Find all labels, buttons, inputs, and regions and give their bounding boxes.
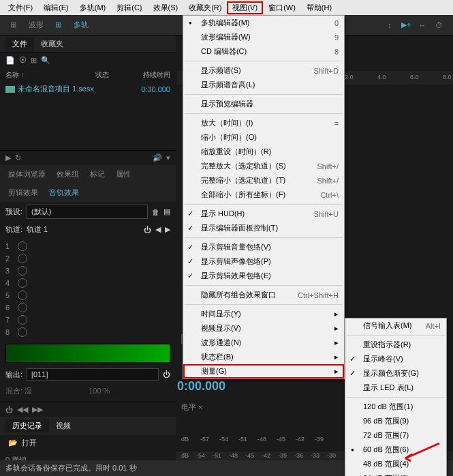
waveform-icon[interactable]: ⊞ (5, 18, 20, 33)
view-menu-item[interactable]: 完整放大（选定轨道）(S)Shift+/ (183, 159, 344, 173)
power-icon[interactable] (18, 315, 27, 325)
files-tab[interactable]: 文件 (5, 38, 34, 50)
view-menu-item[interactable]: 测量(G) (183, 364, 344, 378)
effect-slot[interactable]: 4 (5, 277, 170, 289)
tool-slip-icon[interactable]: ↔ (415, 18, 430, 33)
meter-menu-item[interactable]: 显示 LED 表(L) (345, 381, 446, 395)
view-menu-item[interactable]: CD 编辑器(C)8 (183, 44, 344, 59)
timecode-display[interactable]: 0:00.000 (177, 379, 225, 393)
view-menu-item[interactable]: 显示编辑器面板控制(T) (183, 221, 344, 235)
view-menu-item[interactable]: 多轨编辑器(M)0 (183, 16, 344, 30)
file-list-item[interactable]: 未命名混音项目 1.sesx 0:30.000 (0, 83, 176, 95)
play-icon[interactable]: ▶ (5, 153, 11, 162)
effect-slot[interactable]: 2 (5, 252, 170, 265)
menu-multitrack[interactable]: 多轨(M) (74, 1, 112, 14)
menu-help[interactable]: 帮助(H) (301, 1, 337, 14)
meter-menu-item[interactable]: 显示峰谷(V) (345, 352, 446, 366)
track-effects-tab[interactable]: 音轨效果 (44, 185, 84, 200)
view-menu-item[interactable]: 波形编辑器(W)9 (183, 30, 344, 44)
history-item-open[interactable]: 📂 打开 (0, 435, 176, 451)
meter-menu-item[interactable]: 96 dB 范围(9) (345, 414, 446, 428)
view-menu-item[interactable]: 状态栏(B) (183, 350, 344, 364)
power-icon[interactable] (18, 241, 27, 251)
menu-window[interactable]: 窗口(W) (263, 1, 301, 14)
menu-favorites[interactable]: 收藏夹(R) (183, 1, 227, 14)
tool-select-icon[interactable]: ▶+ (399, 18, 413, 33)
meter-menu-item[interactable]: 120 dB 范围(1) (345, 400, 446, 414)
power-icon[interactable] (18, 254, 27, 263)
prev-icon[interactable]: ◀◀ (17, 405, 28, 414)
track-power-icon[interactable]: ⏻ (144, 226, 151, 234)
preset-menu-icon[interactable]: ▤ (163, 207, 170, 216)
power-icon[interactable] (18, 327, 27, 337)
track-prev-icon[interactable]: ◀ (155, 225, 161, 234)
power-all-icon[interactable]: ⏻ (5, 406, 13, 414)
menu-edit[interactable]: 编辑(E) (38, 1, 74, 14)
effect-slot[interactable]: 3 (5, 265, 170, 277)
meter-menu-item[interactable]: 24 dB 范围(2) (345, 471, 446, 476)
favorites-tab[interactable]: 收藏夹 (34, 38, 70, 50)
preset-select[interactable]: (默认) (27, 205, 148, 219)
search-icon[interactable]: 🔍 (41, 56, 50, 65)
output-power-icon[interactable]: ⏻ (163, 370, 170, 378)
power-icon[interactable] (18, 278, 27, 288)
open-file-icon[interactable]: 📄 (5, 56, 15, 65)
col-name[interactable]: 名称 ↑ (5, 70, 95, 80)
preset-delete-icon[interactable]: 🗑 (152, 208, 159, 216)
record-icon[interactable]: ⦿ (19, 56, 27, 65)
view-menu-item[interactable]: 视频显示(V) (183, 321, 344, 336)
meter-menu-item[interactable]: 72 dB 范围(7) (345, 428, 446, 443)
media-browser-tab[interactable]: 媒体浏览器 (3, 166, 51, 182)
effect-slot[interactable]: 7 (5, 314, 170, 326)
effect-slot[interactable]: 6 (5, 301, 170, 314)
waveform-tab[interactable]: 波形 (22, 17, 50, 33)
col-duration[interactable]: 持续时间 (129, 70, 170, 80)
menu-file[interactable]: 文件(F) (3, 1, 38, 14)
view-menu-item[interactable]: 显示剪辑音量包络(V) (183, 240, 344, 254)
power-icon[interactable] (18, 266, 27, 276)
markers-tab[interactable]: 标记 (84, 166, 110, 182)
volume-icon[interactable]: 🔊 (153, 153, 162, 162)
view-menu-item[interactable]: 显示频谱音高(L) (183, 78, 344, 92)
effects-group-tab[interactable]: 效果组 (51, 166, 84, 182)
multitrack-tab[interactable]: 多轨 (67, 17, 95, 33)
menu-view[interactable]: 视图(V) (227, 1, 263, 14)
view-menu-item[interactable]: 时间显示(Y) (183, 307, 344, 321)
clip-effects-tab[interactable]: 剪辑效果 (3, 185, 44, 200)
view-menu-item[interactable]: 缩放重设（时间）(R) (183, 145, 344, 159)
view-menu-item[interactable]: 隐藏所有组合效果窗口Ctrl+Shift+H (183, 288, 344, 302)
effect-slot[interactable]: 1 (5, 240, 170, 252)
view-menu-item[interactable]: 放大（时间）(I)= (183, 116, 344, 130)
menu-effects[interactable]: 效果(S) (148, 1, 184, 14)
meter-menu-item[interactable]: 重设指示器(R) (345, 338, 446, 352)
view-menu-item[interactable]: 完整缩小（选定轨道）(T)Shift+/ (183, 173, 344, 188)
properties-tab[interactable]: 属性 (110, 166, 136, 182)
tool-time-icon[interactable]: ⏱ (431, 18, 446, 33)
view-menu-item[interactable]: 波形通道(N) (183, 336, 344, 350)
track-select[interactable]: 轨道 1 (27, 224, 48, 235)
effect-slot[interactable]: 5 (5, 289, 170, 301)
view-menu-item[interactable]: 显示剪辑效果包络(E) (183, 269, 344, 283)
tool-move-icon[interactable]: ↕ (382, 18, 397, 33)
multitrack-icon[interactable]: ⊞ (50, 18, 65, 33)
view-menu-item[interactable]: 显示预览编辑器 (183, 97, 344, 111)
meter-menu-item[interactable]: 信号输入表(M)Alt+I (345, 318, 446, 333)
marker-icon[interactable]: ▾ (166, 153, 170, 162)
view-menu-item[interactable]: 显示 HUD(H)Shift+U (183, 207, 344, 221)
history-tab[interactable]: 历史记录 (5, 419, 49, 432)
col-status[interactable]: 状态 (95, 70, 129, 80)
power-icon[interactable] (18, 291, 27, 300)
meter-menu-item[interactable]: 显示颜色渐变(G) (345, 366, 446, 381)
view-menu-item[interactable]: 显示频谱(S)Shift+D (183, 63, 344, 78)
view-menu-item[interactable]: 显示剪辑声像包络(P) (183, 254, 344, 269)
view-menu-item[interactable]: 全部缩小（所有坐标）(F)Ctrl+\ (183, 188, 344, 202)
track-next-icon[interactable]: ▶ (165, 225, 170, 234)
loop-icon[interactable]: ↻ (15, 153, 21, 162)
import-icon[interactable]: ⊞ (31, 56, 37, 65)
view-menu-item[interactable]: 缩小（时间）(O) (183, 130, 344, 145)
menu-clip[interactable]: 剪辑(C) (111, 1, 147, 14)
next-icon[interactable]: ▶▶ (32, 405, 43, 414)
output-select[interactable]: [011] (27, 368, 159, 381)
effect-slot[interactable]: 8 (5, 326, 170, 338)
video-tab[interactable]: 视频 (49, 419, 78, 432)
